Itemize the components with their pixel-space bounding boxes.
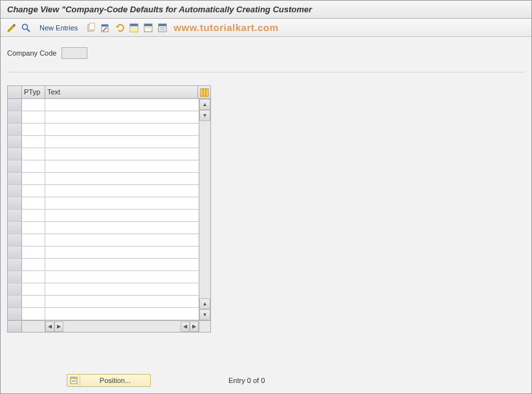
column-selector[interactable] xyxy=(8,86,22,98)
svg-rect-3 xyxy=(89,23,94,30)
table-row[interactable] xyxy=(8,210,199,222)
cell-ptyp[interactable] xyxy=(22,234,45,246)
row-selector[interactable] xyxy=(8,222,22,234)
scroll-right-icon[interactable]: ▶ xyxy=(190,322,199,332)
cell-ptyp[interactable] xyxy=(22,197,45,209)
cell-ptyp[interactable] xyxy=(22,246,45,258)
company-code-input[interactable] xyxy=(61,47,87,59)
table-row[interactable] xyxy=(8,148,199,160)
row-selector[interactable] xyxy=(8,99,22,111)
table-row[interactable] xyxy=(8,173,199,185)
row-selector[interactable] xyxy=(8,124,22,135)
find-icon[interactable] xyxy=(20,22,32,34)
table-row[interactable] xyxy=(8,259,199,271)
row-selector[interactable] xyxy=(8,210,22,221)
toggle-display-change-icon[interactable] xyxy=(6,22,17,34)
cell-ptyp[interactable] xyxy=(22,210,45,221)
cell-ptyp[interactable] xyxy=(22,283,45,295)
cell-text[interactable] xyxy=(45,308,199,320)
cell-ptyp[interactable] xyxy=(22,185,45,197)
cell-text[interactable] xyxy=(45,246,199,258)
cell-ptyp[interactable] xyxy=(22,111,45,123)
cell-text[interactable] xyxy=(45,197,199,209)
cell-text[interactable] xyxy=(45,173,199,184)
table-row[interactable] xyxy=(8,222,199,234)
row-selector[interactable] xyxy=(8,148,22,160)
row-selector[interactable] xyxy=(8,271,22,283)
table-row[interactable] xyxy=(8,283,199,296)
row-selector[interactable] xyxy=(8,111,22,123)
select-all-icon[interactable] xyxy=(128,22,140,34)
new-entries-button[interactable]: New Entries xyxy=(36,23,82,33)
row-selector[interactable] xyxy=(8,234,22,246)
row-selector[interactable] xyxy=(8,197,22,209)
cell-ptyp[interactable] xyxy=(22,173,45,184)
cell-ptyp[interactable] xyxy=(22,99,45,111)
row-selector[interactable] xyxy=(8,136,22,148)
table-row[interactable] xyxy=(8,124,199,136)
table-row[interactable] xyxy=(8,271,199,283)
scroll-left-icon[interactable]: ◀ xyxy=(45,322,54,332)
select-block-icon[interactable] xyxy=(142,22,154,34)
row-selector[interactable] xyxy=(8,160,22,172)
table-settings-icon[interactable] xyxy=(197,86,210,98)
cell-ptyp[interactable] xyxy=(22,148,45,160)
table-row[interactable] xyxy=(8,99,199,111)
cell-text[interactable] xyxy=(45,222,199,234)
cell-ptyp[interactable] xyxy=(22,222,45,234)
table-row[interactable] xyxy=(8,308,199,320)
cell-ptyp[interactable] xyxy=(22,136,45,148)
row-selector[interactable] xyxy=(8,173,22,184)
cell-ptyp[interactable] xyxy=(22,259,45,270)
table-row[interactable] xyxy=(8,111,199,124)
scroll-up-icon[interactable]: ▲ xyxy=(199,99,210,110)
undo-change-icon[interactable] xyxy=(114,22,126,34)
cell-text[interactable] xyxy=(45,259,199,270)
scroll-down-step-icon[interactable]: ▼ xyxy=(199,110,210,121)
cell-ptyp[interactable] xyxy=(22,271,45,283)
cell-text[interactable] xyxy=(45,99,199,111)
cell-text[interactable] xyxy=(45,283,199,295)
cell-text[interactable] xyxy=(45,234,199,246)
cell-text[interactable] xyxy=(45,185,199,197)
scroll-down-icon[interactable]: ▼ xyxy=(199,309,210,320)
table-row[interactable] xyxy=(8,185,199,197)
row-selector[interactable] xyxy=(8,259,22,270)
cell-text[interactable] xyxy=(45,148,199,160)
cell-text[interactable] xyxy=(45,124,199,135)
column-ptyp[interactable]: PTyp xyxy=(22,86,45,98)
table-row[interactable] xyxy=(8,234,199,246)
table-container: PTyp Text ▲ ▼ ▲ ▼ ◀ xyxy=(7,85,211,333)
delete-icon[interactable] xyxy=(100,22,111,34)
column-text[interactable]: Text xyxy=(45,86,197,98)
scroll-right-step-icon[interactable]: ▶ xyxy=(54,322,63,332)
cell-ptyp[interactable] xyxy=(22,308,45,320)
cell-text[interactable] xyxy=(45,271,199,283)
row-selector[interactable] xyxy=(8,296,22,307)
cell-text[interactable] xyxy=(45,160,199,172)
cell-ptyp[interactable] xyxy=(22,160,45,172)
table-row[interactable] xyxy=(8,197,199,210)
cell-ptyp[interactable] xyxy=(22,124,45,135)
position-button[interactable]: Position... xyxy=(67,374,151,387)
row-selector[interactable] xyxy=(8,185,22,197)
row-selector[interactable] xyxy=(8,246,22,258)
row-selector[interactable] xyxy=(8,283,22,295)
svg-line-1 xyxy=(27,29,30,32)
horizontal-scrollbar[interactable]: ◀ ▶ ◀ ▶ xyxy=(45,321,199,332)
deselect-all-icon[interactable] xyxy=(157,22,168,34)
table-row[interactable] xyxy=(8,296,199,308)
vertical-scrollbar[interactable]: ▲ ▼ ▲ ▼ xyxy=(199,99,210,320)
scroll-left-step-icon[interactable]: ◀ xyxy=(181,322,190,332)
cell-text[interactable] xyxy=(45,111,199,123)
cell-text[interactable] xyxy=(45,210,199,221)
table-row[interactable] xyxy=(8,136,199,148)
table-row[interactable] xyxy=(8,160,199,173)
cell-ptyp[interactable] xyxy=(22,296,45,307)
cell-text[interactable] xyxy=(45,296,199,307)
copy-as-icon[interactable] xyxy=(85,22,97,34)
row-selector[interactable] xyxy=(8,308,22,320)
scroll-up-step-icon[interactable]: ▲ xyxy=(199,298,210,309)
cell-text[interactable] xyxy=(45,136,199,148)
table-row[interactable] xyxy=(8,246,199,259)
